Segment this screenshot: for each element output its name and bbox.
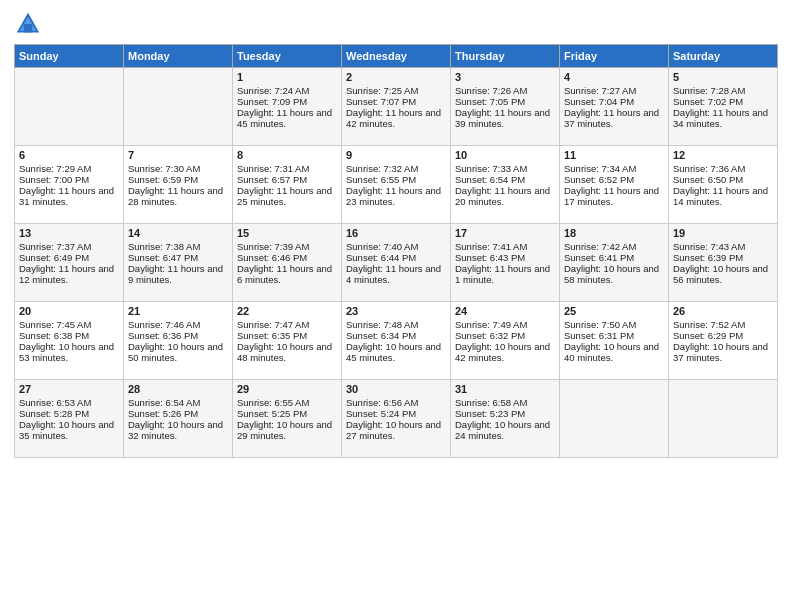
sunrise-text: Sunrise: 7:42 AM — [564, 241, 664, 252]
weekday-header: Thursday — [451, 45, 560, 68]
day-number: 31 — [455, 383, 555, 395]
sunset-text: Sunset: 7:09 PM — [237, 96, 337, 107]
day-number: 6 — [19, 149, 119, 161]
sunrise-text: Sunrise: 7:30 AM — [128, 163, 228, 174]
day-number: 26 — [673, 305, 773, 317]
daylight-text: Daylight: 11 hours and 9 minutes. — [128, 263, 228, 285]
sunset-text: Sunset: 7:07 PM — [346, 96, 446, 107]
sunrise-text: Sunrise: 7:38 AM — [128, 241, 228, 252]
day-number: 20 — [19, 305, 119, 317]
weekday-header: Tuesday — [233, 45, 342, 68]
sunrise-text: Sunrise: 7:24 AM — [237, 85, 337, 96]
daylight-text: Daylight: 11 hours and 4 minutes. — [346, 263, 446, 285]
daylight-text: Daylight: 10 hours and 27 minutes. — [346, 419, 446, 441]
calendar-cell: 17Sunrise: 7:41 AMSunset: 6:43 PMDayligh… — [451, 224, 560, 302]
weekday-header: Sunday — [15, 45, 124, 68]
calendar-cell: 28Sunrise: 6:54 AMSunset: 5:26 PMDayligh… — [124, 380, 233, 458]
calendar-cell: 12Sunrise: 7:36 AMSunset: 6:50 PMDayligh… — [669, 146, 778, 224]
sunrise-text: Sunrise: 7:47 AM — [237, 319, 337, 330]
daylight-text: Daylight: 11 hours and 1 minute. — [455, 263, 555, 285]
calendar-week-row: 27Sunrise: 6:53 AMSunset: 5:28 PMDayligh… — [15, 380, 778, 458]
sunrise-text: Sunrise: 7:26 AM — [455, 85, 555, 96]
daylight-text: Daylight: 11 hours and 25 minutes. — [237, 185, 337, 207]
day-number: 30 — [346, 383, 446, 395]
calendar-week-row: 13Sunrise: 7:37 AMSunset: 6:49 PMDayligh… — [15, 224, 778, 302]
daylight-text: Daylight: 11 hours and 31 minutes. — [19, 185, 119, 207]
calendar-cell: 6Sunrise: 7:29 AMSunset: 7:00 PMDaylight… — [15, 146, 124, 224]
sunrise-text: Sunrise: 6:58 AM — [455, 397, 555, 408]
daylight-text: Daylight: 11 hours and 14 minutes. — [673, 185, 773, 207]
sunset-text: Sunset: 6:39 PM — [673, 252, 773, 263]
sunrise-text: Sunrise: 6:54 AM — [128, 397, 228, 408]
calendar-cell — [560, 380, 669, 458]
day-number: 22 — [237, 305, 337, 317]
sunrise-text: Sunrise: 6:56 AM — [346, 397, 446, 408]
daylight-text: Daylight: 11 hours and 39 minutes. — [455, 107, 555, 129]
day-number: 2 — [346, 71, 446, 83]
svg-rect-2 — [24, 24, 32, 32]
sunrise-text: Sunrise: 7:29 AM — [19, 163, 119, 174]
calendar-cell: 2Sunrise: 7:25 AMSunset: 7:07 PMDaylight… — [342, 68, 451, 146]
day-number: 17 — [455, 227, 555, 239]
daylight-text: Daylight: 11 hours and 20 minutes. — [455, 185, 555, 207]
sunset-text: Sunset: 6:59 PM — [128, 174, 228, 185]
day-number: 7 — [128, 149, 228, 161]
calendar-cell: 19Sunrise: 7:43 AMSunset: 6:39 PMDayligh… — [669, 224, 778, 302]
daylight-text: Daylight: 10 hours and 45 minutes. — [346, 341, 446, 363]
sunset-text: Sunset: 5:28 PM — [19, 408, 119, 419]
sunrise-text: Sunrise: 7:48 AM — [346, 319, 446, 330]
calendar-cell: 20Sunrise: 7:45 AMSunset: 6:38 PMDayligh… — [15, 302, 124, 380]
calendar-cell: 8Sunrise: 7:31 AMSunset: 6:57 PMDaylight… — [233, 146, 342, 224]
sunset-text: Sunset: 6:36 PM — [128, 330, 228, 341]
sunrise-text: Sunrise: 7:34 AM — [564, 163, 664, 174]
logo — [14, 10, 44, 38]
day-number: 15 — [237, 227, 337, 239]
day-number: 21 — [128, 305, 228, 317]
day-number: 9 — [346, 149, 446, 161]
sunset-text: Sunset: 6:54 PM — [455, 174, 555, 185]
sunset-text: Sunset: 6:49 PM — [19, 252, 119, 263]
calendar-cell: 7Sunrise: 7:30 AMSunset: 6:59 PMDaylight… — [124, 146, 233, 224]
daylight-text: Daylight: 11 hours and 37 minutes. — [564, 107, 664, 129]
day-number: 24 — [455, 305, 555, 317]
calendar-body: 1Sunrise: 7:24 AMSunset: 7:09 PMDaylight… — [15, 68, 778, 458]
daylight-text: Daylight: 10 hours and 35 minutes. — [19, 419, 119, 441]
logo-icon — [14, 10, 42, 38]
weekday-header: Friday — [560, 45, 669, 68]
calendar-cell: 1Sunrise: 7:24 AMSunset: 7:09 PMDaylight… — [233, 68, 342, 146]
day-number: 12 — [673, 149, 773, 161]
daylight-text: Daylight: 10 hours and 40 minutes. — [564, 341, 664, 363]
sunrise-text: Sunrise: 7:43 AM — [673, 241, 773, 252]
sunset-text: Sunset: 5:24 PM — [346, 408, 446, 419]
calendar-table: SundayMondayTuesdayWednesdayThursdayFrid… — [14, 44, 778, 458]
daylight-text: Daylight: 11 hours and 12 minutes. — [19, 263, 119, 285]
sunrise-text: Sunrise: 7:36 AM — [673, 163, 773, 174]
day-number: 8 — [237, 149, 337, 161]
calendar-week-row: 1Sunrise: 7:24 AMSunset: 7:09 PMDaylight… — [15, 68, 778, 146]
calendar-cell: 9Sunrise: 7:32 AMSunset: 6:55 PMDaylight… — [342, 146, 451, 224]
day-number: 3 — [455, 71, 555, 83]
daylight-text: Daylight: 10 hours and 24 minutes. — [455, 419, 555, 441]
daylight-text: Daylight: 10 hours and 29 minutes. — [237, 419, 337, 441]
sunrise-text: Sunrise: 7:41 AM — [455, 241, 555, 252]
sunset-text: Sunset: 6:52 PM — [564, 174, 664, 185]
day-number: 27 — [19, 383, 119, 395]
calendar-cell — [15, 68, 124, 146]
daylight-text: Daylight: 11 hours and 45 minutes. — [237, 107, 337, 129]
calendar-cell — [124, 68, 233, 146]
daylight-text: Daylight: 11 hours and 28 minutes. — [128, 185, 228, 207]
calendar-header-row: SundayMondayTuesdayWednesdayThursdayFrid… — [15, 45, 778, 68]
daylight-text: Daylight: 10 hours and 56 minutes. — [673, 263, 773, 285]
calendar-cell: 29Sunrise: 6:55 AMSunset: 5:25 PMDayligh… — [233, 380, 342, 458]
sunset-text: Sunset: 5:25 PM — [237, 408, 337, 419]
daylight-text: Daylight: 11 hours and 17 minutes. — [564, 185, 664, 207]
day-number: 1 — [237, 71, 337, 83]
calendar-cell: 18Sunrise: 7:42 AMSunset: 6:41 PMDayligh… — [560, 224, 669, 302]
sunrise-text: Sunrise: 7:50 AM — [564, 319, 664, 330]
day-number: 16 — [346, 227, 446, 239]
daylight-text: Daylight: 10 hours and 32 minutes. — [128, 419, 228, 441]
daylight-text: Daylight: 11 hours and 42 minutes. — [346, 107, 446, 129]
day-number: 18 — [564, 227, 664, 239]
day-number: 11 — [564, 149, 664, 161]
weekday-header: Monday — [124, 45, 233, 68]
